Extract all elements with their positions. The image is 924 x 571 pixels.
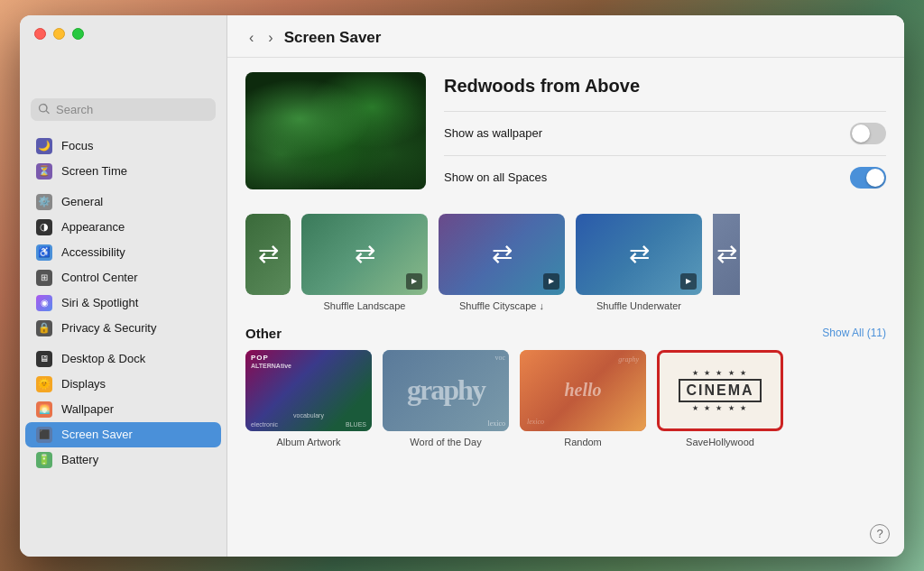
stars-top: ★ ★ ★ ★ ★ xyxy=(679,369,761,377)
show-all-link[interactable]: Show All (11) xyxy=(822,327,886,339)
shuffle-icon: ⇄ xyxy=(492,239,513,269)
sidebar-item-screensaver[interactable]: ⬛ Screen Saver xyxy=(25,422,221,447)
show-as-wallpaper-toggle[interactable] xyxy=(850,123,886,144)
shuffle-underwater-label: Shuffle Underwater xyxy=(596,300,681,311)
random-thumb: hello graphy lexico xyxy=(520,350,646,431)
show-as-wallpaper-row: Show as wallpaper xyxy=(444,111,886,155)
sidebar-item-label: Battery xyxy=(61,453,98,466)
sidebar-item-focus[interactable]: 🌙 Focus xyxy=(25,134,221,159)
circle-icon: ◑ xyxy=(36,219,52,235)
lock-icon: 🔒 xyxy=(36,320,52,336)
minimize-button[interactable] xyxy=(53,28,65,40)
toggle-knob xyxy=(866,169,884,187)
other-section-title: Other xyxy=(245,326,282,341)
sidebar-item-label: Wallpaper xyxy=(61,402,114,416)
shuffle-cityscape-thumb: ⇄ ▶ xyxy=(439,214,565,295)
savehollywood-thumb: ★ ★ ★ ★ ★ CINEMA ★ ★ ★ ★ ★ xyxy=(657,350,783,431)
sidebar-item-label: General xyxy=(61,195,103,208)
sidebar-item-label: Displays xyxy=(61,377,106,391)
sidebar-item-label: Screen Saver xyxy=(61,428,133,441)
screensaver-icon: ⬛ xyxy=(36,427,52,443)
toggle-knob xyxy=(852,124,870,143)
siri-icon: ◉ xyxy=(36,295,52,311)
sidebar-item-screentime[interactable]: ⏳ Screen Time xyxy=(25,159,221,184)
shuffle-grid: ⇄ ⇄ ▶ Shuffle Landscape xyxy=(245,214,886,311)
show-on-all-spaces-row: Show on all Spaces xyxy=(444,155,886,199)
sidebar-item-wallpaper[interactable]: 🌅 Wallpaper xyxy=(25,397,221,422)
desktop-icon: 🖥 xyxy=(36,351,52,367)
search-icon xyxy=(38,103,51,115)
shuffle-icon: ⇄ xyxy=(629,239,650,269)
shuffle-partial-right[interactable]: ⇄ xyxy=(713,214,740,311)
back-button[interactable]: ‹ xyxy=(245,28,257,48)
search-input[interactable]: Search xyxy=(56,103,208,116)
page-title: Screen Saver xyxy=(284,29,382,47)
moon-icon: 🌙 xyxy=(36,138,52,154)
word-of-day-label: Word of the Day xyxy=(410,437,481,447)
savehollywood-label: SaveHollywood xyxy=(686,437,754,447)
sidebar-item-label: Appearance xyxy=(61,220,125,234)
maximize-button[interactable] xyxy=(72,28,84,40)
sidebar-item-privacy[interactable]: 🔒 Privacy & Security xyxy=(25,316,221,341)
wallpaper-icon: 🌅 xyxy=(36,401,52,418)
forward-button[interactable]: › xyxy=(264,28,276,48)
sidebar-item-controlcenter[interactable]: ⊞ Control Center xyxy=(25,265,221,290)
sidebar-item-displays[interactable]: 🌞 Displays xyxy=(25,372,221,397)
sidebar-item-label: Siri & Spotlight xyxy=(61,296,138,309)
album-artwork-thumb: POP ALTERNAtive electronic BLUES vocabul… xyxy=(245,350,372,431)
other-section: Other Show All (11) POP ALTERNAtive elec… xyxy=(245,326,886,447)
show-as-wallpaper-label: Show as wallpaper xyxy=(444,126,542,140)
album-artwork-label: Album Artwork xyxy=(277,437,341,447)
accessibility-icon: ♿ xyxy=(36,244,52,261)
close-button[interactable] xyxy=(34,28,46,40)
shuffle-landscape-item[interactable]: ⇄ ▶ Shuffle Landscape xyxy=(301,214,428,311)
cinema-label: CINEMA xyxy=(679,379,761,402)
sidebar-item-appearance[interactable]: ◑ Appearance xyxy=(25,215,221,240)
shuffle-cityscape-label: Shuffle Cityscape ↓ xyxy=(459,300,544,311)
random-item[interactable]: hello graphy lexico Random xyxy=(520,350,646,447)
sidebar-item-label: Desktop & Dock xyxy=(61,352,145,365)
sidebar-item-desktop-dock[interactable]: 🖥 Desktop & Dock xyxy=(25,346,221,372)
traffic-lights xyxy=(20,15,98,40)
stars-bottom: ★ ★ ★ ★ ★ xyxy=(679,404,761,412)
sidebar-item-label: Screen Time xyxy=(61,164,127,178)
shuffle-cityscape-item[interactable]: ⇄ ▶ Shuffle Cityscape ↓ xyxy=(439,214,565,311)
control-center-icon: ⊞ xyxy=(36,270,52,286)
other-section-header: Other Show All (11) xyxy=(245,326,886,341)
main-content: ‹ › Screen Saver Redwoods from Above Sho… xyxy=(227,15,904,557)
word-of-day-thumb: graphy lexico voc xyxy=(383,350,509,431)
sidebar-item-general[interactable]: ⚙️ General xyxy=(25,189,221,215)
sidebar-item-battery[interactable]: 🔋 Battery xyxy=(25,447,221,473)
sidebar-section: 🌙 Focus ⏳ Screen Time ⚙️ General ◑ Appea… xyxy=(20,134,226,473)
preview-image xyxy=(245,72,426,189)
shuffle-landscape-label: Shuffle Landscape xyxy=(324,300,406,311)
shuffle-underwater-thumb: ⇄ ▶ xyxy=(576,214,702,295)
shuffle-section: ⇄ ⇄ ▶ Shuffle Landscape xyxy=(245,214,886,311)
shuffle-all-partial[interactable]: ⇄ xyxy=(245,214,291,311)
savehollywood-item[interactable]: ★ ★ ★ ★ ★ CINEMA ★ ★ ★ ★ ★ SaveHollywood xyxy=(657,350,783,447)
sidebar: Search 🌙 Focus ⏳ Screen Time ⚙️ General … xyxy=(20,15,227,557)
system-preferences-window: Search 🌙 Focus ⏳ Screen Time ⚙️ General … xyxy=(20,15,904,557)
screensaver-name: Redwoods from Above xyxy=(444,76,886,97)
gear-icon: ⚙️ xyxy=(36,194,52,210)
show-on-all-spaces-toggle[interactable] xyxy=(850,167,886,189)
main-body: Redwoods from Above Show as wallpaper Sh… xyxy=(227,58,904,557)
other-grid: POP ALTERNAtive electronic BLUES vocabul… xyxy=(245,350,886,447)
hourglass-icon: ⏳ xyxy=(36,163,52,180)
sidebar-item-siri[interactable]: ◉ Siri & Spotlight xyxy=(25,290,221,316)
sidebar-item-accessibility[interactable]: ♿ Accessibility xyxy=(25,240,221,265)
word-of-day-item[interactable]: graphy lexico voc Word of the Day xyxy=(383,350,509,447)
shuffle-icon: ⇄ xyxy=(355,239,375,269)
display-icon: 🌞 xyxy=(36,376,52,392)
show-on-all-spaces-label: Show on all Spaces xyxy=(444,170,547,184)
random-label: Random xyxy=(564,437,602,447)
battery-icon: 🔋 xyxy=(36,452,52,468)
info-panel: Redwoods from Above Show as wallpaper Sh… xyxy=(444,72,886,199)
screensaver-preview xyxy=(245,72,426,189)
search-box[interactable]: Search xyxy=(31,98,216,121)
album-artwork-item[interactable]: POP ALTERNAtive electronic BLUES vocabul… xyxy=(245,350,372,447)
main-header: ‹ › Screen Saver xyxy=(227,15,904,58)
sidebar-item-label: Privacy & Security xyxy=(61,321,156,335)
help-button[interactable]: ? xyxy=(870,524,890,544)
shuffle-underwater-item[interactable]: ⇄ ▶ Shuffle Underwater xyxy=(576,214,702,311)
